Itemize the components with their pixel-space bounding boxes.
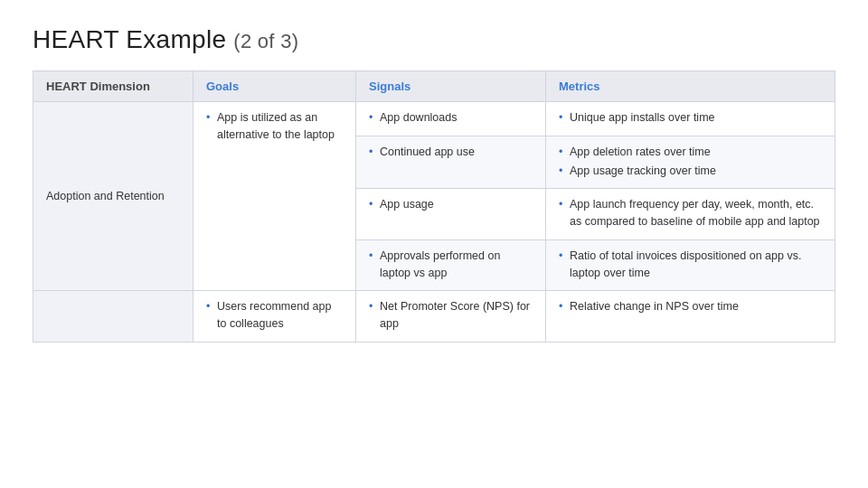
metrics-cell-3: App launch frequency per day, week, mont… (546, 189, 835, 240)
dimension-cell: Adoption and Retention (33, 102, 193, 291)
signals-cell-4: Approvals performed on laptop vs app (356, 239, 546, 291)
header-metrics: Metrics (546, 71, 835, 102)
signals-list-3: App usage (369, 196, 533, 213)
header-signals: Signals (356, 71, 546, 102)
metrics-list-2: App deletion rates over time App usage t… (559, 144, 822, 180)
signal-item-nps: Net Promoter Score (NPS) for app (369, 298, 533, 333)
metrics-list-3: App launch frequency per day, week, mont… (559, 196, 822, 230)
signals-cell-1: App downloads (356, 102, 546, 136)
goals-item-1: App is utilized as an alternative to the… (206, 109, 343, 144)
table-row: Adoption and Retention App is utilized a… (33, 102, 835, 136)
page-title: HEART Example (2 of 3) (33, 25, 835, 54)
metrics-list-5: Relative change in NPS over time (559, 298, 822, 315)
goals-list: App is utilized as an alternative to the… (206, 109, 343, 144)
metrics-cell-5: Relative change in NPS over time (546, 291, 835, 343)
header-dimension: HEART Dimension (33, 71, 193, 102)
title-text: HEART Example (33, 25, 226, 53)
signal-item-downloads: App downloads (369, 109, 533, 127)
header-goals: Goals (193, 71, 356, 102)
signal-item-approvals: Approvals performed on laptop vs app (369, 248, 533, 282)
table-header-row: HEART Dimension Goals Signals Metrics (33, 71, 835, 102)
signals-list-2: Continued app use (369, 144, 533, 161)
metrics-list-1: Unique app installs over time (559, 109, 822, 127)
signals-cell-3: App usage (356, 189, 546, 240)
heart-table: HEART Dimension Goals Signals Metrics Ad… (33, 70, 835, 343)
signals-list-5: Net Promoter Score (NPS) for app (369, 298, 533, 333)
metric-item-2a: App deletion rates over time (559, 144, 822, 161)
signals-list-4: Approvals performed on laptop vs app (369, 248, 533, 282)
metric-item-3: App launch frequency per day, week, mont… (559, 196, 822, 230)
metric-item-4: Ratio of total invoices dispositioned on… (559, 248, 822, 282)
signals-cell-5: Net Promoter Score (NPS) for app (356, 291, 546, 343)
goals-item-2: Users recommend app to colleagues (206, 298, 343, 333)
metric-item-2b: App usage tracking over time (559, 163, 822, 180)
dimension-line1: Adoption and (46, 190, 116, 202)
goals-cell-2: Users recommend app to colleagues (193, 291, 356, 343)
signals-cell-2: Continued app use (356, 136, 546, 189)
metrics-list-4: Ratio of total invoices dispositioned on… (559, 248, 822, 282)
metrics-cell-2: App deletion rates over time App usage t… (546, 136, 835, 189)
metric-item-5: Relative change in NPS over time (559, 298, 822, 315)
signal-item-usage: App usage (369, 196, 533, 213)
signal-item-continued: Continued app use (369, 144, 533, 161)
metric-item-1: Unique app installs over time (559, 109, 822, 127)
metrics-cell-4: Ratio of total invoices dispositioned on… (546, 239, 835, 291)
table-row: Users recommend app to colleagues Net Pr… (33, 291, 835, 343)
metrics-cell-1: Unique app installs over time (546, 102, 835, 136)
dimension-cell-empty (33, 291, 193, 343)
subtitle-text: (2 of 3) (233, 30, 298, 52)
page: HEART Example (2 of 3) HEART Dimension G… (0, 0, 868, 488)
dimension-line2: Retention (116, 190, 165, 202)
goals-list-2: Users recommend app to colleagues (206, 298, 343, 333)
goals-cell-1: App is utilized as an alternative to the… (193, 102, 356, 291)
signals-list-1: App downloads (369, 109, 533, 127)
